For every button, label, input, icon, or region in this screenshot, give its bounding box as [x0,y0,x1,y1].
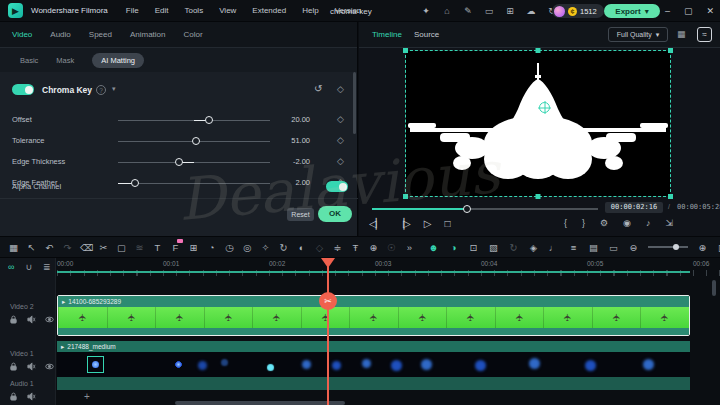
chroma-key-toggle[interactable] [12,84,34,95]
panel-subtab[interactable]: AI Matting [92,53,144,68]
mask-icon[interactable]: ◐ [296,242,307,253]
selection-handle[interactable] [536,48,541,53]
mark-out-icon[interactable]: } [582,218,585,228]
timeline-vertical-scrollbar[interactable] [712,280,716,296]
quality-dropdown[interactable]: Full Quality▾ [608,27,668,42]
seek-bar[interactable] [372,208,598,210]
scope-icon[interactable]: ≈ [697,27,712,42]
undo-icon[interactable]: ↶ [44,242,55,253]
minimize-button[interactable]: – [665,6,670,16]
playhead-head[interactable] [321,258,335,268]
clip-video2[interactable]: ▸ 14100-685293289 ✈✈✈✈✈✈✈✈✈✈✈✈✈ [57,295,690,336]
avatar[interactable] [554,6,565,17]
help-icon[interactable]: ? [96,85,106,95]
panel-subtab[interactable]: Mask [56,56,74,65]
captions-icon[interactable]: ▭ [608,242,619,253]
magnet-icon[interactable]: ∪ [25,262,32,272]
reset-button[interactable]: Reset [287,208,314,221]
track-manage-icon[interactable]: ≣ [43,262,51,272]
param-slider[interactable] [118,162,270,164]
home-icon[interactable]: ⌂ [441,6,453,16]
keyframe-icon[interactable]: ◇ [337,84,344,94]
link-icon[interactable]: ∞ [8,262,14,272]
speed-icon[interactable]: ◔ [206,242,217,253]
render-settings-icon[interactable]: ⚙ [600,218,608,228]
crop-icon[interactable]: ▢ [116,242,127,253]
lock-icon[interactable] [9,392,18,401]
lock-icon[interactable] [9,362,18,371]
subtitle-icon[interactable]: Ŧ [350,242,361,253]
mark-in-icon[interactable]: { [564,218,567,228]
menu-item[interactable]: View [219,6,236,15]
timeline-ruler[interactable]: 00:0000:0100:0200:0300:0400:0500:06 [57,260,720,267]
redo-icon[interactable]: ↷ [62,242,73,253]
snapshot-icon[interactable]: ◉ [623,218,631,228]
export-frame-icon[interactable]: ⊡ [468,242,479,253]
timeline-horizontal-scrollbar[interactable] [175,401,345,405]
preview-tab[interactable]: Source [414,30,439,39]
film-roll-icon[interactable]: ▤ [588,242,599,253]
panel-tab[interactable]: Speed [89,30,112,39]
stop-button[interactable]: □ [444,218,449,229]
more-tools-icon[interactable]: » [404,242,415,253]
effects-icon[interactable]: F [170,242,181,253]
select-tool-icon[interactable]: ↖ [26,242,37,253]
keyframe-icon[interactable]: ◇ [314,242,325,253]
ai-portrait-icon[interactable]: ☻ [428,242,439,253]
preview-tab[interactable]: Timeline [372,30,402,39]
timeline-zoom-slider[interactable] [648,246,688,248]
param-slider[interactable] [118,141,270,143]
layout-grid-icon[interactable]: ▦ [677,29,686,39]
menu-item[interactable]: File [126,6,139,15]
panel-tab[interactable]: Color [184,30,203,39]
keyframe-icon[interactable]: ◇ [337,135,344,145]
selection-handle[interactable] [536,194,541,199]
image-icon[interactable]: ▧ [488,242,499,253]
mute-icon[interactable] [27,315,36,324]
motion-track-icon[interactable]: ◎ [242,242,253,253]
slider-handle[interactable] [175,158,183,166]
sparkle-icon[interactable]: ✧ [260,242,271,253]
next-frame-button[interactable]: ▕▷ [396,218,409,229]
eye-icon[interactable] [45,362,54,371]
clip-video1[interactable]: ▸ 217488_medium [57,341,690,390]
keyframe-icon[interactable]: ◇ [337,114,344,124]
text-tool-icon[interactable]: T [152,242,163,253]
panel-tab[interactable]: Video [12,30,32,39]
restore-button[interactable]: ▢ [684,6,693,16]
playhead-scissors-icon[interactable]: ✂ [319,292,337,310]
mute-icon[interactable] [27,392,36,401]
chroma-key-icon[interactable]: ◑ [448,242,459,253]
split-icon[interactable]: ✂ [98,242,109,253]
chroma-caret-icon[interactable]: ▾ [112,85,116,93]
menu-item[interactable]: Tools [184,6,203,15]
playhead[interactable] [327,258,329,405]
reset-section-icon[interactable]: ↺ [314,83,322,94]
eye-icon[interactable] [45,315,54,324]
selection-handle[interactable] [403,194,408,199]
volume-icon[interactable]: ♪ [646,218,651,228]
fullscreen-icon[interactable]: ⇲ [665,218,673,228]
selection-handle[interactable] [668,48,673,53]
close-button[interactable]: ✕ [706,6,714,16]
account-pill[interactable]: ¢ 1512 [552,4,604,18]
ok-button[interactable]: OK [318,206,352,222]
selection-handle[interactable] [403,48,408,53]
slider-handle[interactable] [192,137,200,145]
screen-share-icon[interactable]: ⊞ [504,6,516,16]
lock-icon[interactable] [9,315,18,324]
zoom-in-icon[interactable]: ⊕ [697,242,708,253]
menu-item[interactable]: Help [302,6,318,15]
keyframe-icon[interactable]: ◇ [337,156,344,166]
seek-handle[interactable] [463,205,471,213]
clock-icon[interactable]: ◷ [224,242,235,253]
cloud-upload-icon[interactable]: ☁ [525,6,537,16]
param-slider[interactable] [118,120,270,122]
overlay-icon[interactable]: ⊞ [188,242,199,253]
plugin-icon[interactable]: ⊕ [368,242,379,253]
panel-subtab[interactable]: Basic [20,56,38,65]
export-button[interactable]: Export▾ [604,4,660,18]
panel-scrollbar[interactable] [353,72,356,134]
shield-icon[interactable]: ◈ [528,242,539,253]
zoom-out-icon[interactable]: ⊖ [628,242,639,253]
